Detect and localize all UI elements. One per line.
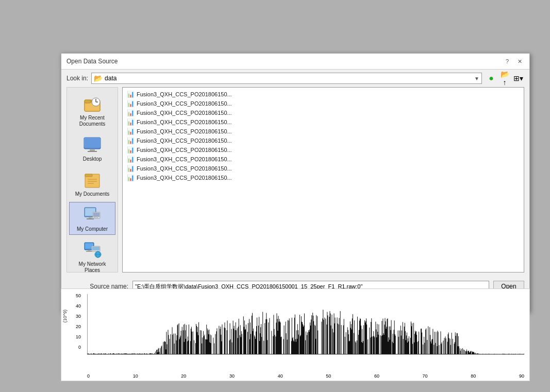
lookin-combo[interactable]: 📂 data ▼	[91, 73, 482, 84]
filename: Fusion3_QXH_CCS_PO201806150...	[137, 147, 232, 153]
help-button[interactable]: ?	[503, 57, 512, 66]
dialog-title: Open Data Source	[66, 58, 118, 65]
file-chart-icon: 📊	[127, 165, 135, 172]
place-network[interactable]: My Network Places	[69, 237, 115, 276]
x-tick-40: 40	[278, 373, 283, 379]
list-item[interactable]: 📊Fusion3_QXH_CCS_PO201806150...	[125, 99, 522, 108]
y-tick-10: 10	[76, 334, 81, 339]
place-computer-label: My Computer	[77, 226, 108, 232]
y-axis-label: (10^9)	[62, 310, 68, 322]
list-item[interactable]: 📊Fusion3_QXH_CCS_PO201806150...	[125, 136, 522, 145]
x-tick-70: 70	[423, 373, 428, 379]
x-tick-50: 50	[326, 373, 331, 379]
filename: Fusion3_QXH_CCS_PO201806150...	[137, 128, 232, 134]
svg-rect-22	[96, 217, 98, 218]
file-chart-icon: 📊	[127, 128, 135, 135]
list-item[interactable]: 📊Fusion3_QXH_CCS_PO201806150...	[125, 155, 522, 164]
svg-rect-20	[93, 213, 99, 217]
y-tick-30: 30	[76, 314, 81, 319]
recent-icon	[82, 93, 103, 114]
file-chart-icon: 📊	[127, 146, 135, 154]
y-tick-40: 40	[76, 303, 81, 309]
place-network-label: My Network Places	[72, 261, 113, 274]
place-desktop-label: Desktop	[83, 156, 102, 162]
filename: Fusion3_QXH_CCS_PO201806150...	[137, 119, 232, 125]
close-button[interactable]: ✕	[515, 57, 524, 66]
dialog-controls: ? ✕	[503, 57, 524, 66]
folder-icon: 📂	[94, 74, 103, 82]
svg-rect-26	[86, 251, 92, 252]
files-panel[interactable]: 📊Fusion3_QXH_CCS_PO201806150...📊Fusion3_…	[122, 87, 524, 272]
place-documents[interactable]: My Documents	[69, 167, 115, 200]
file-chart-icon: 📊	[127, 174, 135, 181]
svg-rect-21	[94, 217, 96, 218]
y-tick-20: 20	[76, 324, 81, 329]
y-tick-0: 0	[78, 345, 81, 350]
list-item[interactable]: 📊Fusion3_QXH_CCS_PO201806150...	[125, 108, 522, 117]
lookin-value: data	[105, 75, 474, 82]
toolbar-icons: ● 📂↑ ⊞▾	[485, 73, 524, 84]
list-item[interactable]: 📊Fusion3_QXH_CCS_PO201806150...	[125, 90, 522, 99]
filename: Fusion3_QXH_CCS_PO201806150...	[137, 175, 232, 181]
svg-rect-25	[88, 250, 91, 251]
svg-rect-2	[85, 100, 91, 103]
list-item[interactable]: 📊Fusion3_QXH_CCS_PO201806150...	[125, 127, 522, 136]
filename: Fusion3_QXH_CCS_PO201806150...	[137, 91, 232, 97]
file-chart-icon: 📊	[127, 109, 135, 116]
svg-rect-9	[88, 151, 97, 152]
svg-rect-11	[85, 174, 92, 177]
back-button[interactable]: ●	[485, 73, 497, 84]
filename: Fusion3_QXH_CCS_PO201806150...	[137, 138, 232, 144]
lookin-arrow-icon: ▼	[474, 76, 479, 81]
green-circle-icon: ●	[489, 74, 494, 83]
dialog-body: My Recent Documents Desktop	[61, 87, 529, 278]
place-desktop[interactable]: Desktop	[69, 132, 115, 165]
lookin-label: Look in:	[66, 75, 88, 82]
x-tick-10: 10	[133, 373, 138, 379]
x-axis: 0 10 20 30 40 50 60 70 80 90	[87, 373, 524, 379]
svg-rect-7	[84, 138, 101, 148]
chart-area: 0 10 20 30 40 50 (10^9) 0 10 20 30 40 50…	[61, 288, 530, 381]
places-panel: My Recent Documents Desktop	[66, 87, 118, 272]
y-tick-50: 50	[76, 293, 81, 298]
x-tick-90: 90	[519, 373, 524, 379]
list-item[interactable]: 📊Fusion3_QXH_CCS_PO201806150...	[125, 164, 522, 173]
place-computer[interactable]: My Computer	[69, 202, 115, 235]
file-chart-icon: 📊	[127, 91, 135, 98]
x-tick-60: 60	[374, 373, 379, 379]
filename: Fusion3_QXH_CCS_PO201806150...	[137, 100, 232, 107]
file-chart-icon: 📊	[127, 156, 135, 163]
file-chart-icon: 📊	[127, 137, 135, 144]
place-recent-label: My Recent Documents	[72, 115, 113, 127]
chart-inner: 0 10 20 30 40 50 (10^9) 0 10 20 30 40 50…	[61, 289, 529, 381]
desktop-icon	[82, 134, 103, 155]
up-folder-button[interactable]: 📂↑	[498, 73, 511, 84]
lookin-row: Look in: 📂 data ▼ ● 📂↑ ⊞▾	[61, 70, 529, 87]
view-button[interactable]: ⊞▾	[512, 73, 524, 84]
svg-rect-28	[92, 247, 99, 250]
list-item[interactable]: 📊Fusion3_QXH_CCS_PO201806150...	[125, 145, 522, 155]
filename: Fusion3_QXH_CCS_PO201806150...	[137, 165, 232, 172]
x-tick-20: 20	[181, 373, 186, 379]
file-chart-icon: 📊	[127, 100, 135, 107]
dialog-titlebar: Open Data Source ? ✕	[61, 54, 529, 70]
svg-rect-18	[87, 218, 94, 219]
file-chart-icon: 📊	[127, 118, 135, 126]
place-recent[interactable]: My Recent Documents	[69, 91, 115, 130]
svg-rect-8	[90, 149, 95, 151]
up-folder-icon: 📂↑	[499, 70, 510, 87]
view-icon: ⊞▾	[513, 74, 523, 82]
open-data-source-dialog: Open Data Source ? ✕ Look in: 📂 data ▼ ●…	[61, 53, 530, 312]
x-tick-30: 30	[229, 373, 235, 379]
chart-svg	[87, 294, 524, 365]
network-icon	[82, 240, 103, 260]
place-documents-label: My Documents	[75, 191, 110, 197]
filename: Fusion3_QXH_CCS_PO201806150...	[137, 110, 232, 116]
computer-icon	[82, 204, 103, 225]
svg-rect-17	[89, 217, 92, 218]
list-item[interactable]: 📊Fusion3_QXH_CCS_PO201806150...	[125, 117, 522, 127]
list-item[interactable]: 📊Fusion3_QXH_CCS_PO201806150...	[125, 173, 522, 182]
filename: Fusion3_QXH_CCS_PO201806150...	[137, 156, 232, 162]
x-tick-80: 80	[471, 373, 476, 379]
documents-icon	[82, 169, 103, 190]
